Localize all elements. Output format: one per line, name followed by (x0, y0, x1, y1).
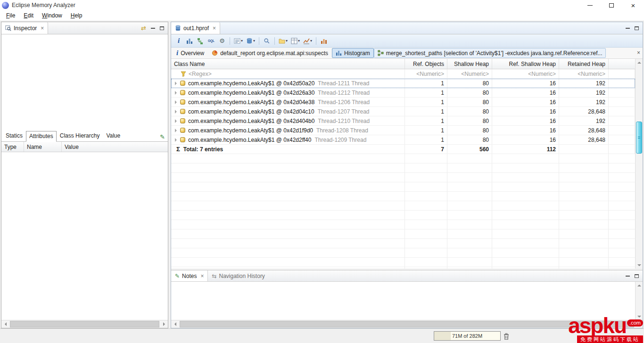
heap-status-widget[interactable]: 71M of 282M (434, 331, 501, 341)
chart-icon (303, 38, 310, 44)
dominator-tree-button[interactable] (195, 36, 206, 46)
notes-tab-close-icon[interactable]: × (200, 273, 204, 279)
scrollbar-track[interactable] (636, 289, 643, 313)
tab-notes[interactable]: ✎ Notes × (171, 270, 208, 281)
scrollbar-thumb[interactable] (10, 321, 159, 327)
inspector-maximize-icon[interactable] (160, 26, 164, 30)
scroll-left-button[interactable] (1, 320, 9, 328)
compare-bars-icon (321, 38, 327, 44)
notes-tab-label: Notes (182, 273, 197, 279)
expand-chevron-icon[interactable] (175, 129, 177, 132)
view-tab-overview[interactable]: i Overview (173, 48, 208, 58)
table-row[interactable]: com.example.hcydemo.LeakAty$1 @ 0x42d1f9… (171, 126, 635, 135)
tab-navigation-history[interactable]: ⇆ Navigation History (208, 270, 268, 281)
table-row[interactable]: com.example.hcydemo.LeakAty$1 @ 0x42d50a… (171, 79, 635, 88)
search-button[interactable] (262, 36, 272, 46)
expand-chevron-icon[interactable] (175, 100, 177, 104)
class-name-cell: com.example.hcydemo.LeakAty$1 @ 0x42d2ff… (171, 135, 405, 144)
view-tab-histogram[interactable]: Histogram (332, 48, 374, 58)
group-by-dropdown[interactable]: ▾ (277, 36, 289, 46)
paths-icon (378, 50, 384, 56)
expert-test-button[interactable]: ⚙ (217, 36, 227, 46)
column-ref-shallow-heap[interactable]: Ref. Shallow Heap (492, 59, 559, 69)
expand-chevron-icon[interactable] (175, 110, 177, 114)
column-ref-objects[interactable]: Ref. Objects (405, 59, 447, 69)
table-row[interactable]: com.example.hcydemo.LeakAty$1 @ 0x42d2ff… (171, 135, 635, 145)
numeric-filter-cell[interactable]: <Numeric> (405, 69, 447, 78)
arrow-left-icon (174, 322, 176, 326)
histogram-button[interactable] (184, 36, 195, 46)
scroll-down-button[interactable] (636, 261, 643, 269)
run-garbage-collector-button[interactable] (502, 332, 511, 341)
column-shallow-heap[interactable]: Shallow Heap (447, 59, 492, 69)
expand-chevron-icon[interactable] (175, 138, 177, 142)
notes-maximize-icon[interactable] (635, 274, 639, 278)
grid-line (608, 154, 609, 269)
link-with-selection-icon[interactable]: ⇄ (141, 24, 146, 32)
overview-button[interactable]: i (173, 36, 184, 46)
notes-text-area[interactable] (171, 282, 635, 320)
view-tab-label: merge_shortest_paths [selection of 'Acti… (386, 50, 603, 57)
numeric-filter-cell[interactable]: <Numeric> (492, 69, 559, 78)
expand-chevron-icon[interactable] (175, 119, 177, 123)
heap-objects-icon (246, 38, 253, 44)
compare-button[interactable] (319, 36, 329, 46)
expand-chevron-icon[interactable] (175, 91, 177, 95)
column-name[interactable]: Name (24, 142, 62, 152)
table-row[interactable]: com.example.hcydemo.LeakAty$1 @ 0x42d404… (171, 116, 635, 126)
menu-edit[interactable]: Edit (19, 11, 38, 20)
view-tab-merge-shortest-paths[interactable]: merge_shortest_paths [selection of 'Acti… (374, 48, 606, 58)
menu-file[interactable]: File (2, 11, 19, 20)
query-browser-dropdown[interactable]: ▾ (232, 36, 244, 46)
statusbar: 71M of 282M (0, 328, 644, 343)
expand-chevron-icon[interactable] (175, 82, 177, 85)
tab-statics[interactable]: Statics (2, 131, 26, 141)
inspector-tab[interactable]: Inspector × (1, 22, 48, 34)
column-class-name[interactable]: Class Name (171, 59, 405, 69)
editor-minimize-icon[interactable] (626, 28, 630, 29)
inspector-tab-close-icon[interactable]: × (41, 25, 44, 32)
result-tab-close-icon[interactable]: × (637, 49, 640, 56)
scroll-up-button[interactable] (636, 282, 643, 289)
scrollbar-track[interactable] (636, 66, 643, 261)
menu-window[interactable]: Window (38, 11, 66, 20)
inspector-minimize-icon[interactable] (151, 28, 155, 29)
editor-tab-out1-hprof[interactable]: out1.hprof × (171, 22, 220, 34)
column-retained-heap[interactable]: Retained Heap (559, 59, 609, 69)
table-row[interactable]: com.example.hcydemo.LeakAty$1 @ 0x42d04c… (171, 107, 635, 116)
window-close-button[interactable]: × (622, 0, 644, 10)
grid-line (405, 154, 405, 269)
scrollbar-thumb[interactable] (636, 122, 642, 154)
regex-filter-cell[interactable]: <Regex> (171, 69, 405, 78)
scroll-up-button[interactable] (636, 59, 643, 66)
ref-shallow-heap-cell: 16 (492, 88, 559, 97)
numeric-filter-cell[interactable]: <Numeric> (559, 69, 609, 78)
heap-objects-dropdown[interactable]: ▾ (245, 36, 256, 46)
view-tab-default-report[interactable]: default_report org.eclipse.mat.api:suspe… (208, 48, 332, 58)
calculator-dropdown[interactable]: ▾ (289, 36, 301, 46)
notes-minimize-icon[interactable] (626, 276, 630, 277)
window-title: Eclipse Memory Analyzer (12, 2, 75, 8)
window-maximize-button[interactable] (601, 0, 622, 10)
editor-maximize-icon[interactable] (635, 26, 639, 30)
histogram-icon (336, 50, 342, 56)
tab-value[interactable]: Value (103, 131, 124, 141)
scroll-right-button[interactable] (160, 320, 168, 328)
editor-tab-close-icon[interactable]: × (213, 25, 216, 32)
column-type[interactable]: Type (1, 142, 24, 152)
notes-panel: ✎ Notes × ⇆ Navigation History (171, 270, 643, 320)
export-dropdown[interactable]: ▾ (302, 36, 314, 46)
menu-help[interactable]: Help (66, 11, 87, 20)
table-row[interactable]: com.example.hcydemo.LeakAty$1 @ 0x42d04e… (171, 98, 635, 107)
numeric-filter-cell[interactable]: <Numeric> (447, 69, 492, 78)
table-row[interactable]: com.example.hcydemo.LeakAty$1 @ 0x42d26a… (171, 88, 635, 98)
window-titlebar: Eclipse Memory Analyzer × (0, 0, 644, 10)
tab-class-hierarchy[interactable]: Class Hierarchy (57, 131, 103, 141)
tab-attributes[interactable]: Attributes (26, 131, 57, 142)
oql-button[interactable]: OQL (206, 36, 216, 46)
notes-vertical-scrollbar (635, 282, 643, 320)
window-minimize-button[interactable] (579, 0, 601, 10)
scroll-left-button[interactable] (171, 320, 179, 328)
column-value[interactable]: Value (62, 142, 168, 152)
scrollbar-thumb[interactable] (180, 321, 634, 327)
